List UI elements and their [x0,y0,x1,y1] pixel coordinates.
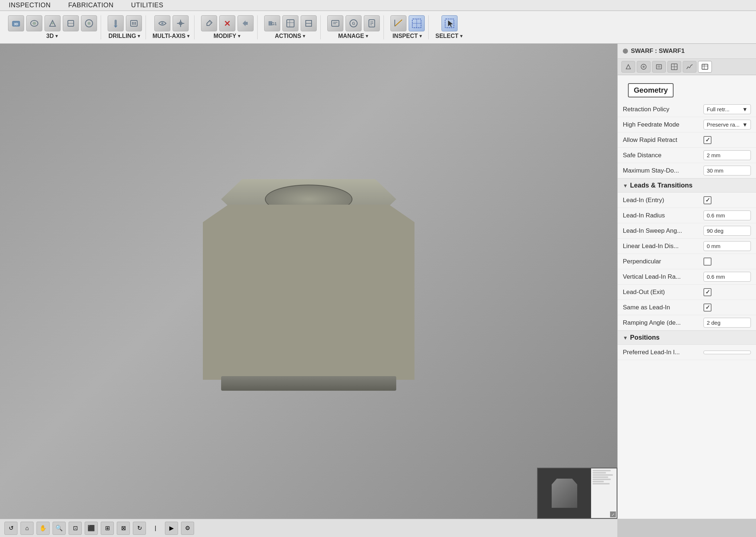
prop-label-preferred-lead-in: Preferred Lead-In l... [623,349,703,356]
prop-label-same-as-lead-in: Same as Lead-In [623,304,703,311]
lead-in-entry-checkbox[interactable] [703,196,711,204]
toolbar-icon-actions-2[interactable] [282,15,298,31]
toolbar-icons-actions: G1 [264,15,317,31]
minimap[interactable]: ⤢ [537,468,617,519]
svg-point-3 [32,22,36,25]
lead-out-exit-checkbox[interactable] [703,288,711,296]
positions-collapse-icon: ▼ [623,335,628,341]
positions-title: Positions [630,334,660,341]
svg-rect-24 [287,20,294,27]
toolbar-icon-manage-1[interactable] [327,15,343,31]
svg-marker-10 [114,26,117,28]
toolbar-group-multiaxis: MULTI-AXIS ▼ [149,15,194,39]
geometry-label: Geometry [628,83,674,97]
bottom-icon-display-mode[interactable]: ⬛ [85,522,98,535]
toolbar-icon-select-1[interactable] [441,15,458,31]
lead-in-radius-input[interactable]: 0.6 mm [703,210,751,220]
positions-section-header[interactable]: ▼ Positions [618,331,756,345]
prop-row-allow-rapid-retract: Allow Rapid Retract [618,132,756,148]
panel-tab-6[interactable] [698,61,712,73]
bottom-icon-settings[interactable]: ⚙ [181,522,194,535]
svg-point-8 [88,22,90,25]
toolbar-icon-3d-3[interactable] [45,15,61,31]
bottom-toolbar: ↺ ⌂ ✋ 🔍 ⊡ ⬛ ⊞ ⊠ ↻ | ▶ ⚙ [0,519,617,537]
toolbar-icon-modify-2[interactable] [219,15,235,31]
prop-row-ramping-angle: Ramping Angle (de... 2 deg [618,315,756,331]
high-feedrate-select[interactable]: Preserve ra... ▼ [703,120,751,130]
menu-fabrication[interactable]: FABRICATION [65,0,116,11]
safe-distance-input[interactable]: 2 mm [703,150,751,160]
toolbar-label-modify[interactable]: MODIFY ▼ [213,33,241,39]
toolbar-icon-actions-3[interactable] [301,15,317,31]
toolbar-label-3d[interactable]: 3D ▼ [46,33,59,39]
toolbar-icon-manage-3[interactable] [364,15,380,31]
bottom-icon-pan[interactable]: ✋ [36,522,50,535]
bottom-icon-home[interactable]: ⌂ [20,522,34,535]
same-as-lead-in-checkbox[interactable] [703,304,711,312]
svg-text:3D: 3D [14,22,18,26]
prop-label-allow-rapid-retract: Allow Rapid Retract [623,136,703,144]
toolbar-icon-manage-2[interactable]: G [346,15,362,31]
preferred-lead-in-input[interactable] [703,351,751,354]
toolbar-icon-multiaxis-1[interactable] [154,15,170,31]
leads-transitions-section-header[interactable]: ▼ Leads & Transitions [618,178,756,193]
prop-label-linear-lead-in-dist: Linear Lead-In Dis... [623,243,703,250]
toolbar-icon-3d-1[interactable]: 3D [8,15,24,31]
perpendicular-checkbox[interactable] [703,258,711,266]
toolbar-icon-modify-1[interactable] [201,15,217,31]
lead-in-sweep-angle-input[interactable]: 90 deg [703,226,751,236]
vertical-lead-in-radius-input[interactable]: 0.6 mm [703,272,751,282]
multiaxis-arrow-icon: ▼ [186,34,190,39]
toolbar-icon-actions-1[interactable]: G1 [264,15,280,31]
bottom-icon-orbit[interactable]: ↻ [133,522,146,535]
menu-bar: INSPECTION FABRICATION UTILITIES [0,0,756,11]
retraction-policy-select[interactable]: Full retr... ▼ [703,104,751,114]
toolbar-group-3d: 3D 3D ▼ [4,15,101,39]
toolbar-icon-modify-3[interactable] [238,15,254,31]
panel-tab-4[interactable] [667,61,681,73]
toolbar-label-multiaxis[interactable]: MULTI-AXIS ▼ [153,33,190,39]
prop-row-safe-distance: Safe Distance 2 mm [618,148,756,163]
minimap-viewport [538,468,591,518]
max-stay-down-input[interactable]: 30 mm [703,166,751,175]
svg-point-4 [51,22,54,24]
bottom-icon-snap[interactable]: ⊠ [117,522,130,535]
toolbar-icon-3d-4[interactable] [63,15,79,31]
prop-label-lead-in-sweep-angle: Lead-In Sweep Ang... [623,227,703,235]
toolbar-label-actions[interactable]: ACTIONS ▼ [275,33,306,39]
toolbar-label-drilling[interactable]: DRILLING ▼ [108,33,141,39]
toolbar-icon-3d-2[interactable] [26,15,42,31]
panel-tab-1[interactable] [621,61,635,73]
linear-lead-in-dist-input[interactable]: 0 mm [703,241,751,251]
toolbar-label-inspect[interactable]: INSPECT ▼ [393,33,423,39]
panel-tab-3[interactable] [652,61,666,73]
bottom-icon-play[interactable]: ▶ [165,522,178,535]
prop-row-retraction-policy: Retraction Policy Full retr... ▼ [618,102,756,117]
bottom-icon-grid[interactable]: ⊞ [101,522,114,535]
toolbar-icon-3d-5[interactable] [81,15,97,31]
toolbar-label-select[interactable]: SELECT ▼ [435,33,463,39]
svg-rect-53 [702,64,708,69]
toolbar-group-manage: G MANAGE ▼ [324,15,384,39]
panel-tab-2[interactable] [637,61,651,73]
3d-viewport[interactable] [0,44,617,519]
toolbar-icon-drilling-2[interactable] [126,15,142,31]
ramping-angle-input[interactable]: 2 deg [703,318,751,328]
menu-utilities[interactable]: UTILITIES [128,0,166,11]
panel-tab-5[interactable] [683,61,697,73]
toolbar-icon-drilling-1[interactable] [108,15,124,31]
allow-rapid-retract-checkbox[interactable] [703,136,711,144]
menu-inspection[interactable]: INSPECTION [6,0,54,11]
toolbar-icon-inspect-1[interactable] [390,15,406,31]
toolbar-icons-drilling [108,15,142,31]
toolbar-icon-inspect-2[interactable] [409,15,425,31]
toolbar-group-select: SELECT ▼ [432,15,467,39]
retraction-policy-arrow-icon: ▼ [742,106,748,112]
toolbar-label-manage[interactable]: MANAGE ▼ [338,33,369,39]
panel-close-dot[interactable] [623,49,628,54]
bottom-icon-zoom[interactable]: 🔍 [53,522,66,535]
toolbar-icon-multiaxis-2[interactable] [173,15,189,31]
minimap-expand-icon[interactable]: ⤢ [610,511,616,517]
bottom-icon-rotate[interactable]: ↺ [4,522,18,535]
bottom-icon-zoom-fit[interactable]: ⊡ [69,522,82,535]
